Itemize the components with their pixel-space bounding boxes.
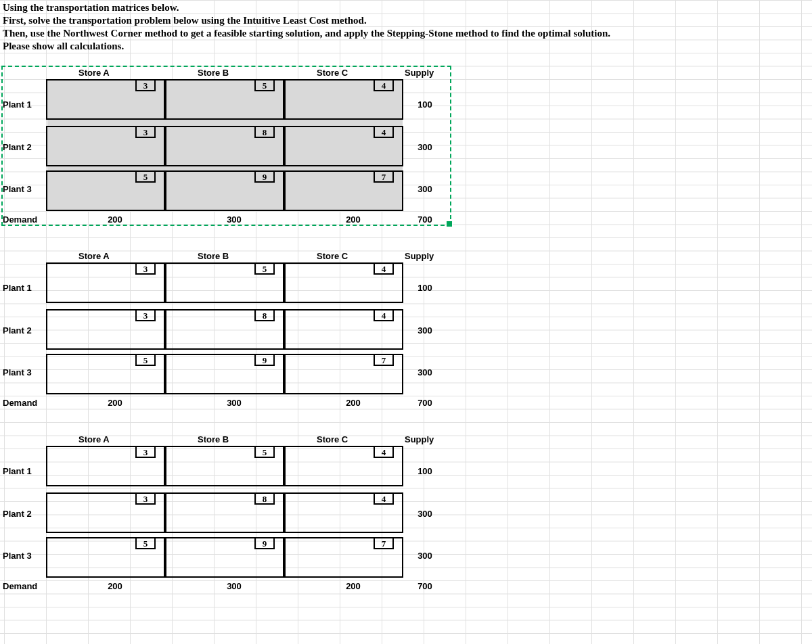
m1-row-plant3: Plant 3 — [3, 183, 32, 196]
m1-total: 700 — [411, 214, 438, 226]
m3-demand-b: 300 — [221, 580, 248, 593]
m3-row-plant3: Plant 3 — [3, 550, 32, 562]
m2-cost-p3a: 5 — [135, 354, 156, 366]
m2-row-plant2: Plant 2 — [3, 325, 32, 337]
m1-cost-p1b: 5 — [254, 79, 275, 91]
m1-demand-a: 200 — [102, 214, 129, 226]
instruction-line-4: Please show all calculations. — [3, 40, 124, 52]
m2-demand-c: 200 — [340, 397, 367, 409]
m3-row-demand: Demand — [3, 580, 37, 593]
m2-supply-p1: 100 — [411, 282, 438, 294]
m3-cost-p3a: 5 — [135, 537, 156, 549]
m1-demand-c: 200 — [340, 214, 367, 226]
m3-cost-p2a: 3 — [135, 492, 156, 505]
m3-cost-p1c: 4 — [374, 446, 394, 458]
m2-row-demand: Demand — [3, 397, 37, 409]
m2-header-supply: Supply — [405, 250, 434, 262]
m1-header-storeB: Store B — [198, 67, 229, 79]
m3-cost-p1a: 3 — [135, 446, 156, 458]
m2-header-storeB: Store B — [198, 250, 229, 262]
m3-supply-p2: 300 — [411, 508, 438, 520]
m1-row-plant1: Plant 1 — [3, 99, 32, 111]
m1-cost-p3b: 9 — [254, 170, 275, 183]
m2-cost-p2b: 8 — [254, 309, 275, 321]
m3-row-plant2: Plant 2 — [3, 508, 32, 520]
m2-row-plant1: Plant 1 — [3, 282, 32, 294]
m2-demand-b: 300 — [221, 397, 248, 409]
m1-header-storeC: Store C — [317, 67, 348, 79]
m1-cost-p2c: 4 — [374, 126, 394, 138]
m2-cost-p1b: 5 — [254, 262, 275, 275]
m3-header-storeA: Store A — [78, 434, 110, 446]
m3-total: 700 — [411, 580, 438, 593]
m3-cost-p3b: 9 — [254, 537, 275, 549]
m1-supply-p1: 100 — [411, 99, 438, 111]
m2-cost-p2a: 3 — [135, 309, 156, 321]
m2-cost-p1a: 3 — [135, 262, 156, 275]
m1-header-storeA: Store A — [78, 67, 110, 79]
m3-header-storeC: Store C — [317, 434, 348, 446]
m1-cost-p3c: 7 — [374, 170, 394, 183]
m2-cost-p2c: 4 — [374, 309, 394, 321]
instruction-line-3: Then, use the Northwest Corner method to… — [3, 27, 610, 39]
m2-cost-p3b: 9 — [254, 354, 275, 366]
m3-header-storeB: Store B — [198, 434, 229, 446]
m3-supply-p3: 300 — [411, 550, 438, 562]
m1-supply-p3: 300 — [411, 183, 438, 196]
m3-cost-p2b: 8 — [254, 492, 275, 505]
m1-row-demand: Demand — [3, 214, 37, 226]
m3-cost-p1b: 5 — [254, 446, 275, 458]
m2-total: 700 — [411, 397, 438, 409]
m3-row-plant1: Plant 1 — [3, 465, 32, 478]
m2-header-storeA: Store A — [78, 250, 110, 262]
m3-demand-c: 200 — [340, 580, 367, 593]
m2-cost-p1c: 4 — [374, 262, 394, 275]
m3-header-supply: Supply — [405, 434, 434, 446]
m2-cost-p3c: 7 — [374, 354, 394, 366]
m1-cost-p2b: 8 — [254, 126, 275, 138]
m3-cost-p3c: 7 — [374, 537, 394, 549]
m1-demand-b: 300 — [221, 214, 248, 226]
m2-supply-p3: 300 — [411, 367, 438, 379]
m2-header-storeC: Store C — [317, 250, 348, 262]
m1-cost-p1c: 4 — [374, 79, 394, 91]
m1-cost-p1a: 3 — [135, 79, 156, 91]
m3-cost-p2c: 4 — [374, 492, 394, 505]
m2-row-plant3: Plant 3 — [3, 367, 32, 379]
instruction-line-2: First, solve the transportation problem … — [3, 14, 367, 26]
m1-cost-p2a: 3 — [135, 126, 156, 138]
instruction-line-1: Using the transportation matrices below. — [3, 1, 179, 14]
m2-demand-a: 200 — [102, 397, 129, 409]
m1-cost-p3a: 5 — [135, 170, 156, 183]
m3-supply-p1: 100 — [411, 465, 438, 478]
m1-supply-p2: 300 — [411, 141, 438, 154]
m1-row-plant2: Plant 2 — [3, 141, 32, 154]
m1-header-supply: Supply — [405, 67, 434, 79]
m2-supply-p2: 300 — [411, 325, 438, 337]
spreadsheet-sheet: Using the transportation matrices below.… — [0, 0, 812, 644]
m3-demand-a: 200 — [102, 580, 129, 593]
